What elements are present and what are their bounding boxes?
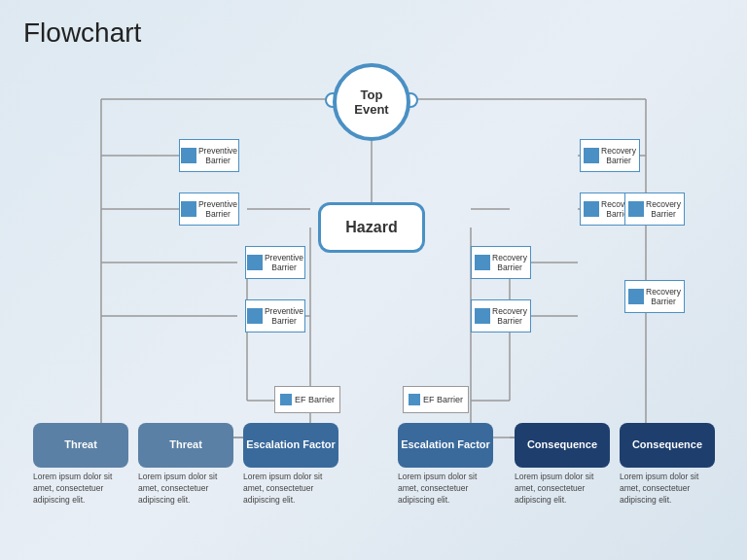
barrier-sq-2 (181, 201, 196, 217)
rb-box-4: RecoveryBarrier (471, 299, 531, 332)
top-event-circle: Top Event (333, 63, 410, 141)
rb-label-3: RecoveryBarrier (492, 253, 527, 272)
barrier-box-3: PreventiveBarrier (245, 246, 305, 279)
rb-label-1: RecoveryBarrier (601, 146, 636, 165)
flowchart-area: Top Event Hazard PreventiveBarrier (23, 58, 724, 544)
threat-2-label: Threat (169, 438, 202, 451)
recovery-barrier-1: RecoveryBarrier (580, 139, 640, 172)
threat-1-desc: Lorem ipsum dolor sit amet, consectetuer… (33, 472, 128, 507)
consequence-2-desc: Lorem ipsum dolor sit amet, consectetuer… (620, 472, 715, 507)
rb-box-1: RecoveryBarrier (580, 139, 640, 172)
barrier-box-1: PreventiveBarrier (179, 139, 239, 172)
barrier-sq-4 (247, 308, 263, 324)
rb-box-6: RecoveryBarrier (624, 280, 685, 313)
preventive-barrier-1: PreventiveBarrier (179, 139, 239, 172)
ef-barrier-left: EF Barrier (274, 386, 340, 413)
rb-label-6: RecoveryBarrier (646, 287, 681, 306)
consequence-1-group: Consequence Lorem ipsum dolor sit amet, … (515, 423, 610, 507)
rb-box-5: RecoveryBarrier (624, 192, 685, 226)
threat-1-button[interactable]: Threat (33, 423, 128, 468)
ef-sq-right (409, 394, 420, 405)
rb-sq-5 (628, 201, 644, 217)
barrier-box-2: PreventiveBarrier (179, 192, 239, 226)
page-title: Flowchart (23, 18, 724, 49)
escalation-2-desc: Lorem ipsum dolor sit amet, consectetuer… (398, 472, 493, 507)
escalation-2-group: Escalation Factor Lorem ipsum dolor sit … (398, 423, 493, 507)
escalation-1-label: Escalation Factor (246, 438, 336, 451)
ef-barrier-left-box: EF Barrier (274, 386, 340, 413)
threat-2-group: Threat Lorem ipsum dolor sit amet, conse… (138, 423, 233, 507)
rb-label-5: RecoveryBarrier (646, 199, 681, 219)
threat-2-button[interactable]: Threat (138, 423, 233, 468)
barrier-label-3: PreventiveBarrier (265, 253, 303, 272)
rb-label-4: RecoveryBarrier (492, 306, 527, 326)
hazard-box: Hazard (318, 202, 425, 253)
escalation-1-group: Escalation Factor Lorem ipsum dolor sit … (243, 423, 338, 507)
barrier-box-4: PreventiveBarrier (245, 299, 305, 332)
ef-barrier-right: EF Barrier (403, 386, 469, 413)
consequence-1-button[interactable]: Consequence (515, 423, 610, 468)
escalation-1-button[interactable]: Escalation Factor (243, 423, 338, 468)
ef-label-right: EF Barrier (423, 395, 463, 404)
preventive-barrier-4: PreventiveBarrier (245, 299, 305, 332)
rb-sq-6 (628, 289, 644, 304)
ef-label-left: EF Barrier (295, 395, 335, 404)
rb-sq-3 (475, 255, 490, 270)
preventive-barrier-2: PreventiveBarrier (179, 192, 239, 226)
escalation-1-desc: Lorem ipsum dolor sit amet, consectetuer… (243, 472, 338, 507)
rb-sq-2 (584, 201, 599, 217)
ef-barrier-right-box: EF Barrier (403, 386, 469, 413)
top-event-node: Top Event (333, 63, 410, 141)
rb-sq-4 (475, 308, 490, 324)
escalation-2-button[interactable]: Escalation Factor (398, 423, 493, 468)
preventive-barrier-3: PreventiveBarrier (245, 246, 305, 279)
escalation-2-label: Escalation Factor (401, 438, 490, 451)
hazard-label: Hazard (345, 219, 397, 236)
consequence-1-label: Consequence (527, 438, 597, 451)
rb-sq-1 (584, 148, 599, 163)
threat-2-desc: Lorem ipsum dolor sit amet, consectetuer… (138, 472, 233, 507)
consequence-2-button[interactable]: Consequence (620, 423, 715, 468)
recovery-barrier-6: RecoveryBarrier (624, 280, 685, 313)
recovery-barrier-5: RecoveryBarrier (624, 192, 685, 226)
barrier-sq-3 (247, 255, 263, 270)
barrier-sq-1 (181, 148, 196, 163)
barrier-label-2: PreventiveBarrier (198, 199, 237, 219)
threat-1-group: Threat Lorem ipsum dolor sit amet, conse… (33, 423, 128, 507)
rb-box-3: RecoveryBarrier (471, 246, 531, 279)
threat-1-label: Threat (64, 438, 97, 451)
top-event-label: Top Event (354, 88, 388, 117)
hazard-node: Hazard (318, 202, 425, 253)
consequence-2-group: Consequence Lorem ipsum dolor sit amet, … (620, 423, 715, 507)
barrier-label-4: PreventiveBarrier (265, 306, 303, 326)
consequence-2-label: Consequence (632, 438, 702, 451)
recovery-barrier-3: RecoveryBarrier (471, 246, 531, 279)
consequence-1-desc: Lorem ipsum dolor sit amet, consectetuer… (515, 472, 610, 507)
barrier-label-1: PreventiveBarrier (198, 146, 237, 165)
ef-sq-left (280, 394, 292, 405)
recovery-barrier-4: RecoveryBarrier (471, 299, 531, 332)
